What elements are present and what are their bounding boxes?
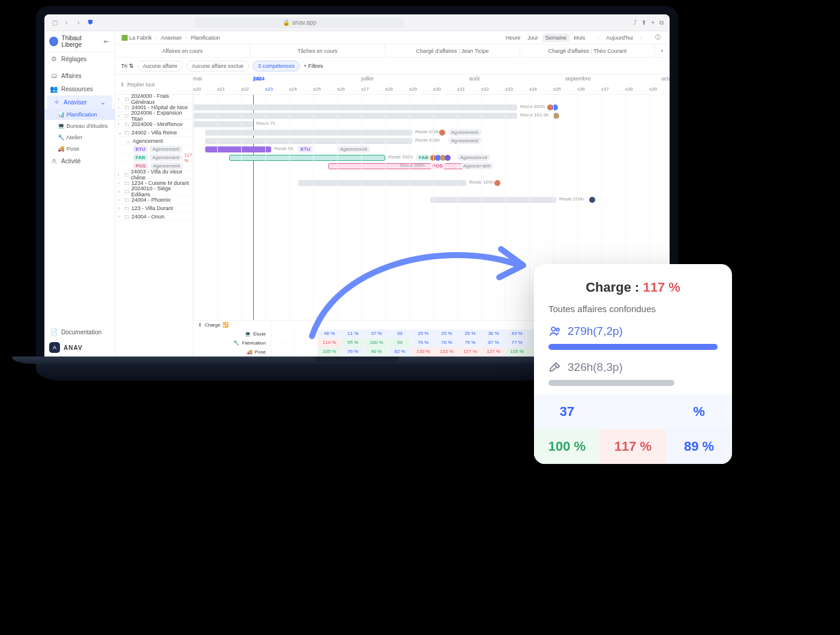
url-text: anav.app: [292, 19, 316, 26]
sidebar-sub-atelier[interactable]: 🔧 Atelier: [44, 131, 115, 143]
brand: A ANAV: [44, 339, 115, 357]
gantt-tree: ⇕Replier tout ›🗀2024000 - Frais Généraux…: [115, 74, 193, 357]
charge-cell[interactable]: 127 %: [482, 348, 506, 357]
view-tabs: Affaires en cours Tâches en cours Chargé…: [115, 44, 670, 58]
charge-row-etude: 💻 Étude: [193, 330, 271, 339]
info-icon[interactable]: ⓘ: [652, 32, 664, 43]
forward-icon[interactable]: ›: [74, 19, 83, 26]
tooltip-row-top: 37 %: [534, 394, 732, 429]
upload-icon[interactable]: ⬆: [641, 19, 646, 26]
back-icon[interactable]: ‹: [62, 19, 71, 26]
row-agencement[interactable]: ⌄Agencement: [115, 137, 193, 145]
charge-row-pose: 🚚 Pose: [193, 348, 271, 357]
sidebar-toggle-icon[interactable]: ▢: [50, 19, 59, 26]
tab-charge-jean[interactable]: Chargé d'affaires : Jean Ticipe: [385, 44, 520, 57]
briefcase-icon: 🗂: [50, 72, 58, 79]
tooltip-cell: %: [666, 394, 732, 429]
crumb-section[interactable]: Anaviser: [161, 35, 182, 41]
sidebar-item-activite[interactable]: ⩚Activité: [44, 154, 115, 167]
time-mois[interactable]: Mois: [571, 34, 588, 42]
charge-cell[interactable]: 105 %: [506, 348, 529, 357]
tab-add[interactable]: +: [655, 44, 670, 57]
filter-affaire[interactable]: Aucune affaire: [137, 61, 183, 71]
tooltip-subtitle: Toutes affaires confondues: [534, 304, 732, 322]
sidebar: Thibaut Liberge ⇤ ⚙Réglages 🗂Affaires 👥R…: [44, 31, 115, 357]
charge-cell[interactable]: -: [295, 348, 318, 357]
charge-cell[interactable]: 76 %: [341, 348, 365, 357]
callout-arrow-icon: [300, 228, 540, 348]
row-frais[interactable]: ›🗀2024000 - Frais Généraux: [115, 95, 193, 103]
charge-cell[interactable]: 130 %: [412, 348, 435, 357]
tab-affaires-en-cours[interactable]: Affaires en cours: [115, 44, 250, 57]
charge-cell[interactable]: -: [271, 348, 295, 357]
sidebar-sub-planification[interactable]: 📊 Planification: [44, 109, 115, 120]
tooltip-cell: 37: [534, 394, 600, 429]
time-heure[interactable]: Heure: [503, 34, 524, 42]
month-oct: octobre: [661, 76, 670, 82]
tabs-icon[interactable]: ⧉: [659, 19, 664, 26]
tooltip-cell-89: 89 %: [666, 429, 732, 464]
sidebar-item-documentation[interactable]: 📄Documentation: [44, 325, 115, 339]
row-vieux-chene[interactable]: ›🗀24003 - Villa du vieux chêne: [115, 170, 193, 179]
sidebar-item-affaires[interactable]: 🗂Affaires: [44, 69, 115, 82]
crumb-workspace[interactable]: 🟩 La Fabrik: [121, 35, 152, 41]
tooltip-bar-hours: [548, 380, 674, 386]
sidebar-item-ressources[interactable]: 👥Ressources: [44, 82, 115, 95]
tooltip-title: Charge : 117 %: [534, 277, 732, 304]
time-today[interactable]: Aujourd'hui: [603, 34, 636, 42]
svg-point-1: [556, 328, 559, 331]
browser-chrome: ▢ ‹ › ⛊ 🔒 anav.app ⤴ ⬆ + ⧉: [44, 14, 670, 31]
month-sept: septembre: [565, 76, 591, 82]
time-jour[interactable]: Jour: [524, 34, 541, 42]
crumb-page[interactable]: Planification: [191, 35, 220, 41]
row-villa-reine[interactable]: ⌄🗀24002 - Villa Reine: [115, 128, 193, 137]
user-menu[interactable]: Thibaut Liberge ⇤: [44, 31, 115, 52]
collapse-icon: ⇕: [120, 82, 125, 88]
lock-icon: 🔒: [283, 19, 290, 26]
row-orion[interactable]: ›🗀24004 - Orion: [115, 212, 193, 221]
month-juin: juin: [253, 76, 262, 82]
collapse-all-button[interactable]: ⇕Replier tout: [115, 74, 193, 95]
tab-charge-theo[interactable]: Chargé d'affaires : Théo Courant: [520, 44, 655, 57]
row-titan[interactable]: ›🗀2024006 - Expansion Titan: [115, 112, 193, 120]
share-icon[interactable]: ⤴: [634, 19, 637, 26]
charge-cell[interactable]: 133 %: [435, 348, 458, 357]
charge-toggle[interactable]: ⇕ Charge 🔁: [193, 321, 271, 330]
sidebar-sub-bureau[interactable]: 💻 Bureau d'études: [44, 120, 115, 131]
collapse-sidebar-icon[interactable]: ⇤: [103, 38, 110, 45]
sidebar-item-anaviser[interactable]: ✧Anaviser⌄: [47, 95, 112, 109]
shield-icon: ⛊: [86, 19, 95, 26]
add-filter-button[interactable]: + Filtres: [304, 63, 323, 69]
people-icon: [548, 325, 562, 338]
charge-cell[interactable]: 105 %: [318, 348, 341, 357]
row-etu[interactable]: ETUAgencement: [115, 145, 193, 154]
user-name: Thibaut Liberge: [62, 35, 100, 48]
sort-button[interactable]: Tri ⇅: [121, 63, 134, 69]
time-semaine[interactable]: Semaine: [542, 34, 570, 42]
tab-taches-en-cours[interactable]: Tâches en cours: [250, 44, 385, 57]
charge-cell[interactable]: -: [271, 330, 295, 339]
time-range-control[interactable]: Heure Jour Semaine Mois ‹ Aujourd'hui › …: [503, 32, 664, 43]
row-edilians[interactable]: ›🗀2024010 - Siège Edilians: [115, 187, 193, 196]
address-bar[interactable]: 🔒 anav.app: [194, 17, 404, 28]
filter-competences[interactable]: 3 compétences: [253, 61, 300, 71]
svg-point-0: [551, 327, 555, 331]
month-aout: août: [469, 76, 480, 82]
timeline-header: 2024 mai juin juillet août septembre oct…: [193, 74, 670, 95]
filter-excluded[interactable]: Aucune affaire exclue: [187, 61, 249, 71]
plus-icon[interactable]: +: [651, 19, 655, 26]
row-durant[interactable]: ›🗀123 - Villa Durant: [115, 204, 193, 212]
charge-cell[interactable]: 127 %: [458, 348, 482, 357]
avatar: [49, 37, 58, 46]
charge-cell[interactable]: -: [271, 339, 295, 348]
sidebar-sub-pose[interactable]: 🚚 Pose: [44, 143, 115, 154]
brand-logo-icon: A: [49, 342, 60, 353]
sidebar-item-reglages[interactable]: ⚙Réglages: [44, 52, 115, 65]
hammer-icon: [548, 361, 562, 374]
charge-cell[interactable]: 90 %: [365, 348, 388, 357]
row-fab[interactable]: FABAgencement117 %: [115, 154, 193, 162]
month-mai: mai: [193, 76, 202, 82]
charge-cell[interactable]: 82 %: [388, 348, 412, 357]
row-minirenov[interactable]: ›🗀2024009 - MiniRenov: [115, 120, 193, 128]
brand-name: ANAV: [64, 345, 83, 351]
